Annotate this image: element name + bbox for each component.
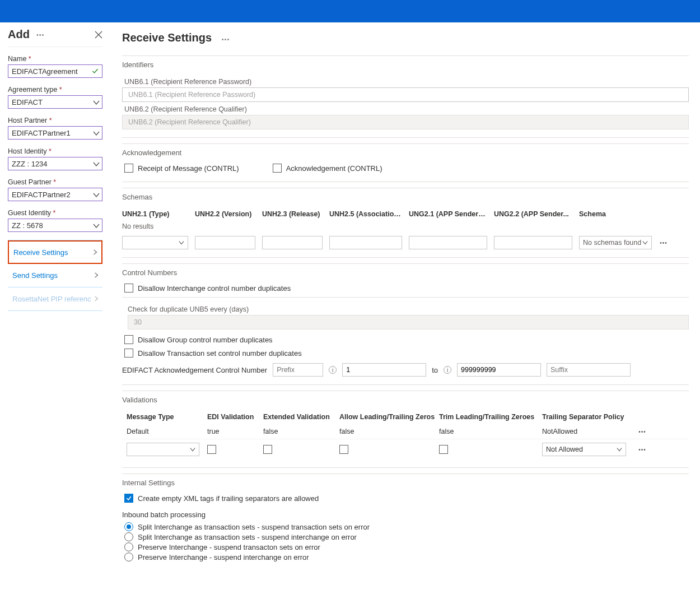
msgtype-select[interactable] xyxy=(127,443,199,456)
guest-identity-label: Guest Identity xyxy=(8,209,102,217)
checkbox-icon xyxy=(124,349,133,358)
ext-checkbox[interactable] xyxy=(263,445,272,454)
section-acknowledgement: Acknowledgement xyxy=(122,144,689,163)
checkbox-icon xyxy=(124,335,133,344)
more-icon[interactable]: ••• xyxy=(214,36,230,43)
section-internal: Internal Settings xyxy=(122,474,689,493)
unh21-select[interactable] xyxy=(122,236,188,249)
info-icon[interactable]: i xyxy=(444,366,451,374)
panel-title: Add xyxy=(8,28,30,41)
policy-select[interactable]: Not Allowed xyxy=(542,443,626,456)
name-input[interactable]: EDIFACTAgreement xyxy=(8,64,102,78)
host-identity-label: Host Identity xyxy=(8,147,102,155)
batch-opt-3[interactable]: Preserve Interchange - suspend transacto… xyxy=(124,542,689,551)
host-identity-select[interactable]: ZZZ : 1234 xyxy=(8,157,102,170)
chevron-down-icon xyxy=(93,222,99,228)
chevron-right-icon xyxy=(94,295,99,303)
ung21-input[interactable] xyxy=(409,236,487,249)
trim-zeros-checkbox[interactable] xyxy=(439,445,448,454)
ack-from-input[interactable] xyxy=(342,363,426,377)
validations-header-row: Message Type EDI Validation Extended Val… xyxy=(122,410,689,424)
schemas-input-row: No schemas found ••• xyxy=(122,236,689,249)
nav-receive-settings[interactable]: Receive Settings xyxy=(8,240,102,264)
section-validations: Validations xyxy=(122,391,689,410)
acknowledgement-checkbox[interactable]: Acknowledgement (CONTRL) xyxy=(273,164,382,173)
check-icon xyxy=(92,68,99,75)
section-identifiers: Identifiers xyxy=(122,56,689,75)
host-partner-label: Host Partner xyxy=(8,117,102,124)
radio-icon xyxy=(124,553,133,561)
chevron-down-icon xyxy=(93,130,99,136)
nav-rosettanet-pip[interactable]: RosettaNet PIP references xyxy=(8,287,102,311)
guest-partner-label: Guest Partner xyxy=(8,178,102,186)
close-icon[interactable] xyxy=(95,31,102,39)
section-control-numbers: Control Numbers xyxy=(122,264,689,282)
guest-identity-select[interactable]: ZZ : 5678 xyxy=(8,219,102,232)
chevron-right-icon xyxy=(94,271,99,280)
schemas-no-results: No results xyxy=(122,221,689,233)
batch-opt-4[interactable]: Preserve Interchange - suspend interchan… xyxy=(124,553,689,561)
create-empty-xml-checkbox[interactable]: Create empty XML tags if trailing separa… xyxy=(124,494,689,503)
section-schemas: Schemas xyxy=(122,188,689,207)
ack-to-input[interactable] xyxy=(457,363,541,377)
ack-suffix-input[interactable] xyxy=(547,363,631,377)
disallow-interchange-checkbox[interactable]: Disallow Interchange control number dupl… xyxy=(124,284,689,293)
top-bar xyxy=(0,0,700,22)
disallow-group-checkbox[interactable]: Disallow Group control number duplicates xyxy=(124,335,689,344)
disallow-txn-checkbox[interactable]: Disallow Transaction set control number … xyxy=(124,349,689,358)
info-icon[interactable]: i xyxy=(329,366,337,374)
more-icon[interactable]: ••• xyxy=(34,31,90,38)
radio-icon xyxy=(124,532,133,541)
check-dup-input xyxy=(128,315,689,330)
name-label: Name xyxy=(8,55,102,63)
chevron-down-icon xyxy=(93,192,99,197)
page-title: Receive Settings xyxy=(122,31,212,44)
edi-checkbox[interactable] xyxy=(207,445,216,454)
add-panel: Add ••• Name EDIFACTAgreement Agreement … xyxy=(0,22,111,594)
batch-label: Inbound batch processing xyxy=(122,511,689,519)
guest-partner-select[interactable]: EDIFACTPartner2 xyxy=(8,188,102,201)
checkbox-icon xyxy=(124,164,133,173)
schemas-header-row: UNH2.1 (Type) UNH2.2 (Version) UNH2.3 (R… xyxy=(122,207,689,221)
schema-row-more-icon[interactable]: ••• xyxy=(659,240,669,246)
receive-settings-panel: Receive Settings ••• Identifiers UNB6.1 … xyxy=(111,22,700,594)
ack-control-label: EDIFACT Acknowledgement Control Number xyxy=(122,366,267,374)
batch-opt-1[interactable]: Split Interchange as transaction sets - … xyxy=(124,522,689,531)
receipt-of-message-checkbox[interactable]: Receipt of Message (CONTRL) xyxy=(124,164,239,173)
host-partner-select[interactable]: EDIFACTPartner1 xyxy=(8,126,102,140)
agreement-type-select[interactable]: EDIFACT xyxy=(8,95,102,109)
checkbox-icon xyxy=(124,494,133,503)
validations-input-row: Not Allowed ••• xyxy=(122,439,689,460)
chevron-down-icon xyxy=(93,161,99,166)
batch-opt-2[interactable]: Split Interchange as transaction sets - … xyxy=(124,532,689,541)
ung22-input[interactable] xyxy=(494,236,572,249)
checkbox-icon xyxy=(124,284,133,293)
agreement-type-label: Agreement type xyxy=(8,86,102,94)
unb62-label: UNB6.2 (Recipient Reference Qualifier) xyxy=(124,105,689,113)
checkbox-icon xyxy=(273,164,282,173)
chevron-down-icon xyxy=(93,99,99,105)
unh22-input[interactable] xyxy=(195,236,255,249)
unh25-input[interactable] xyxy=(329,236,402,249)
chevron-right-icon xyxy=(92,248,98,257)
unb62-input[interactable] xyxy=(122,115,689,129)
radio-icon xyxy=(124,522,133,531)
schema-select[interactable]: No schemas found xyxy=(579,236,652,249)
nav-send-settings[interactable]: Send Settings xyxy=(8,264,102,287)
unb61-label: UNB6.1 (Recipient Reference Password) xyxy=(124,78,689,86)
validations-default-row: Default true false false false NotAllowe… xyxy=(122,424,689,439)
radio-icon xyxy=(124,542,133,551)
validation-row-more-icon[interactable]: ••• xyxy=(637,429,647,435)
validation-row-more-icon[interactable]: ••• xyxy=(637,447,647,453)
unb61-input[interactable] xyxy=(122,87,689,102)
unh23-input[interactable] xyxy=(262,236,323,249)
allow-zeros-checkbox[interactable] xyxy=(339,445,348,454)
check-dup-label: Check for duplicate UNB5 every (days) xyxy=(128,305,689,313)
ack-prefix-input[interactable] xyxy=(273,363,323,377)
